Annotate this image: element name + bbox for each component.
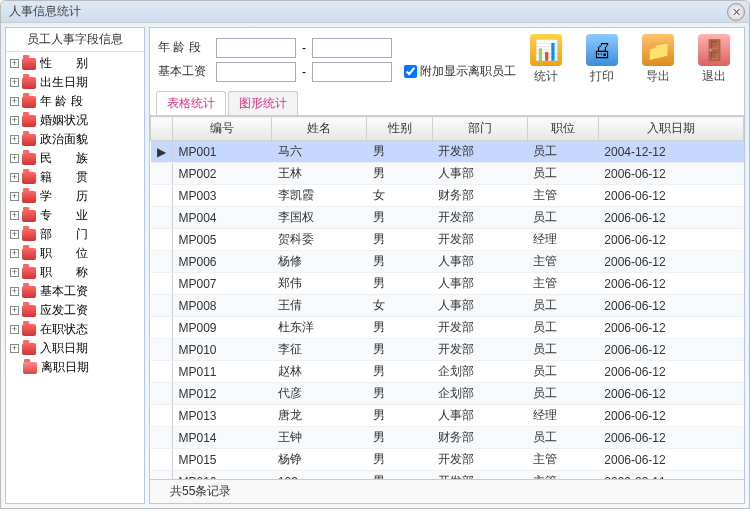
expand-icon[interactable]: + — [10, 325, 19, 334]
tab-table[interactable]: 表格统计 — [156, 91, 226, 115]
cell: 2006-06-12 — [598, 185, 743, 207]
cell: MP015 — [172, 449, 272, 471]
cell: 企划部 — [432, 361, 527, 383]
col-header[interactable]: 姓名 — [272, 117, 367, 141]
table-row[interactable]: MP003李凯霞女财务部主管2006-06-12 — [151, 185, 744, 207]
table-row[interactable]: MP015杨铮男开发部主管2006-06-12 — [151, 449, 744, 471]
tree-item[interactable]: +婚姻状况 — [8, 111, 142, 130]
expand-icon[interactable]: + — [10, 287, 19, 296]
show-fired-checkbox[interactable]: 附加显示离职员工 — [404, 63, 516, 80]
tree-item[interactable]: +职 称 — [8, 263, 142, 282]
tree-item[interactable]: +在职状态 — [8, 320, 142, 339]
expand-icon[interactable]: + — [10, 211, 19, 220]
table-row[interactable]: MP013唐龙男人事部经理2006-06-12 — [151, 405, 744, 427]
filter-salary: 基本工资 - 附加显示离职员工 — [158, 62, 516, 82]
field-tree: +性 别+出生日期+年 龄 段+婚姻状况+政治面貌+民 族+籍 贯+学 历+专 … — [6, 52, 144, 503]
stats-button[interactable]: 📊 统计 — [524, 34, 568, 85]
table-row[interactable]: MP005贺科委男开发部经理2006-06-12 — [151, 229, 744, 251]
cell: 人事部 — [432, 405, 527, 427]
tree-item[interactable]: +政治面貌 — [8, 130, 142, 149]
cell: 赵林 — [272, 361, 367, 383]
table-row[interactable]: MP011赵林男企划部员工2006-06-12 — [151, 361, 744, 383]
tree-item[interactable]: +年 龄 段 — [8, 92, 142, 111]
grid[interactable]: 编号姓名性别部门职位入职日期 ▶MP001马六男开发部员工2004-12-12M… — [150, 116, 744, 479]
col-header[interactable]: 入职日期 — [598, 117, 743, 141]
cell: 财务部 — [432, 427, 527, 449]
expand-icon[interactable]: + — [10, 249, 19, 258]
tree-item[interactable]: +部 门 — [8, 225, 142, 244]
cell: 开发部 — [432, 141, 527, 163]
tree-item[interactable]: +专 业 — [8, 206, 142, 225]
expand-icon[interactable]: + — [10, 154, 19, 163]
salary-from-input[interactable] — [216, 62, 296, 82]
exit-button[interactable]: 🚪 退出 — [692, 34, 736, 85]
show-fired-input[interactable] — [404, 65, 417, 78]
tree-item[interactable]: +职 位 — [8, 244, 142, 263]
table-row[interactable]: MP008王倩女人事部员工2006-06-12 — [151, 295, 744, 317]
expand-icon[interactable]: + — [10, 97, 19, 106]
cell: 2006-06-12 — [598, 295, 743, 317]
age-to-input[interactable] — [312, 38, 392, 58]
row-header-cell — [151, 251, 173, 273]
expand-icon[interactable]: + — [10, 230, 19, 239]
tree-item[interactable]: +籍 贯 — [8, 168, 142, 187]
cell: 2006-06-12 — [598, 229, 743, 251]
expand-icon[interactable]: + — [10, 268, 19, 277]
table-row[interactable]: MP007郑伟男人事部主管2006-06-12 — [151, 273, 744, 295]
tree-item[interactable]: +入职日期 — [8, 339, 142, 358]
folder-icon — [22, 248, 36, 260]
table-row[interactable]: MP010李征男开发部员工2006-06-12 — [151, 339, 744, 361]
cell: 员工 — [527, 427, 598, 449]
expand-icon[interactable]: + — [10, 78, 19, 87]
table-row[interactable]: MP016123男开发部主管2009-03-11 — [151, 471, 744, 480]
table-row[interactable]: MP009杜东洋男开发部员工2006-06-12 — [151, 317, 744, 339]
expand-icon[interactable]: + — [10, 192, 19, 201]
tree-item[interactable]: 离职日期 — [8, 358, 142, 377]
age-from-input[interactable] — [216, 38, 296, 58]
printer-icon: 🖨 — [586, 34, 618, 66]
table-row[interactable]: MP014王钟男财务部员工2006-06-12 — [151, 427, 744, 449]
close-icon[interactable]: ✕ — [727, 3, 745, 21]
row-header-cell — [151, 383, 173, 405]
tree-item[interactable]: +民 族 — [8, 149, 142, 168]
expand-icon[interactable]: + — [10, 59, 19, 68]
tree-item[interactable]: +学 历 — [8, 187, 142, 206]
tree-label: 应发工资 — [40, 302, 88, 319]
expand-icon[interactable]: + — [10, 306, 19, 315]
expand-icon[interactable]: + — [10, 116, 19, 125]
col-header[interactable]: 部门 — [432, 117, 527, 141]
tree-item[interactable]: +出生日期 — [8, 73, 142, 92]
table-row[interactable]: MP006杨修男人事部主管2006-06-12 — [151, 251, 744, 273]
cell: 2009-03-11 — [598, 471, 743, 480]
cell: 员工 — [527, 339, 598, 361]
tab-chart[interactable]: 图形统计 — [228, 91, 298, 115]
filters: 年 龄 段 - 基本工资 - 附加显示离职员工 — [158, 38, 516, 82]
cell: MP009 — [172, 317, 272, 339]
salary-to-input[interactable] — [312, 62, 392, 82]
col-header[interactable]: 编号 — [172, 117, 272, 141]
cell: 主管 — [527, 449, 598, 471]
cell: 2006-06-12 — [598, 383, 743, 405]
table-row[interactable]: MP002王林男人事部员工2006-06-12 — [151, 163, 744, 185]
expand-icon[interactable]: + — [10, 173, 19, 182]
expand-icon[interactable]: + — [10, 135, 19, 144]
tree-item[interactable]: +应发工资 — [8, 301, 142, 320]
table-row[interactable]: MP004李国权男开发部员工2006-06-12 — [151, 207, 744, 229]
table-row[interactable]: ▶MP001马六男开发部员工2004-12-12 — [151, 141, 744, 163]
print-button[interactable]: 🖨 打印 — [580, 34, 624, 85]
cell: 2006-06-12 — [598, 339, 743, 361]
tree-label: 出生日期 — [40, 74, 88, 91]
cell: 男 — [367, 471, 432, 480]
row-header-cell — [151, 207, 173, 229]
cell: 2006-06-12 — [598, 361, 743, 383]
expand-icon[interactable]: + — [10, 344, 19, 353]
salary-label: 基本工资 — [158, 63, 212, 80]
tree-item[interactable]: +基本工资 — [8, 282, 142, 301]
col-header[interactable]: 性别 — [367, 117, 432, 141]
tree-item[interactable]: +性 别 — [8, 54, 142, 73]
export-button[interactable]: 📁 导出 — [636, 34, 680, 85]
dash: - — [300, 41, 308, 55]
table-row[interactable]: MP012代彦男企划部员工2006-06-12 — [151, 383, 744, 405]
cell: 郑伟 — [272, 273, 367, 295]
col-header[interactable]: 职位 — [527, 117, 598, 141]
